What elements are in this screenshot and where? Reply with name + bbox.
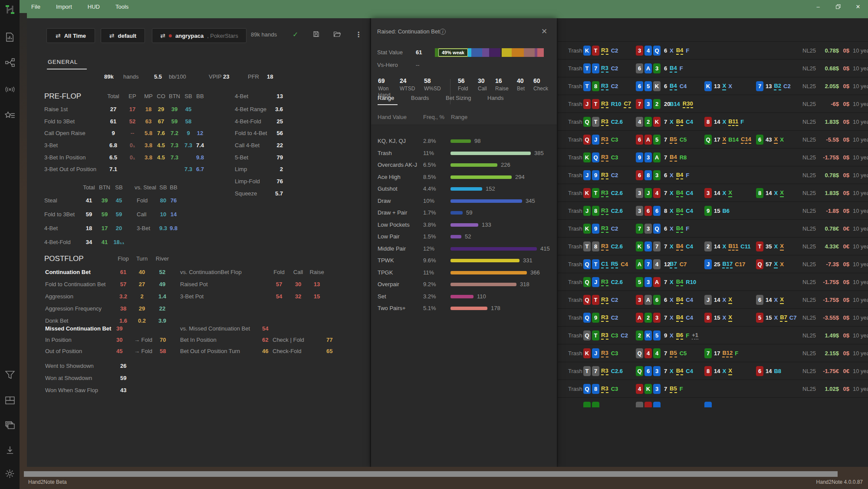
- stat-label[interactable]: Won When Saw Flop: [45, 386, 98, 395]
- hand-value-label[interactable]: Middle Pair: [378, 244, 406, 253]
- hand-row[interactable]: TrashQ8R3C34K37B5FNL251.02$0$10 years: [558, 380, 868, 397]
- stat-label[interactable]: Bet Out of Position Turn: [180, 347, 240, 356]
- hand-row[interactable]: TrashJTR3R10C773220B14R30NL25-6$0$10 yea…: [558, 95, 868, 112]
- menu-tools[interactable]: Tools: [115, 3, 128, 10]
- menu-file[interactable]: File: [31, 3, 40, 10]
- stat-label[interactable]: 3-Bet Pot: [180, 292, 204, 301]
- settings-icon[interactable]: [4, 468, 16, 479]
- winnings-amount: -7.3$: [814, 255, 839, 273]
- hand-row[interactable]: TrashT8R3C265K6B4C4K13XX713B2C2NL252.05$…: [558, 77, 868, 95]
- stat-label[interactable]: Fold: [137, 196, 148, 205]
- hud-layout-icon[interactable]: [4, 394, 16, 406]
- stat-label[interactable]: 4-Bet: [44, 224, 58, 233]
- hand-value-label[interactable]: Draw: [378, 197, 391, 205]
- stat-label[interactable]: Call Open Raise: [44, 129, 85, 138]
- stat-label[interactable]: Bet In Position: [180, 336, 217, 344]
- hand-value-label[interactable]: Draw + Pair: [378, 208, 407, 217]
- stat-value: 59: [171, 117, 178, 126]
- hand-row[interactable]: TrashKTR3C2.63J47XB4C4314XX814XXNL251.83…: [558, 184, 868, 202]
- hand-row[interactable]: TrashT7R3C2.6Q637XB4C4814XX614B8NL25-1.7…: [558, 362, 868, 380]
- stat-label[interactable]: Fold to 3Bet: [44, 117, 75, 126]
- hand-value-label[interactable]: Set: [378, 292, 386, 301]
- reports-icon[interactable]: [4, 31, 16, 43]
- hand-row[interactable]: TrashKJR3C3Q447B5C5717B12FNL252.15$0$10 …: [558, 344, 868, 362]
- stat-label[interactable]: 5-Bet: [235, 153, 248, 162]
- hand-row[interactable]: TrashQ9R3C2A237XB4C4815XX515XB7C7NL25-3.…: [558, 308, 868, 326]
- stat-label[interactable]: Squeeze: [235, 189, 257, 198]
- card-A: A: [636, 259, 643, 269]
- hand-value-label[interactable]: Ace High: [378, 173, 401, 182]
- action-C4: C4: [686, 297, 693, 303]
- stat-label[interactable]: Call: [137, 210, 146, 219]
- hand-row[interactable]: TrashQTR3C23A66XB4C4J14XX614XXNL25-1.75$…: [558, 291, 868, 308]
- stat-label[interactable]: Continuation Bet: [45, 268, 91, 277]
- hand-value-label[interactable]: TPWK: [378, 256, 394, 265]
- stat-label[interactable]: 3-Bet: [44, 141, 58, 150]
- hand-value-label[interactable]: Overpair: [378, 280, 399, 289]
- card-5: 5: [756, 313, 763, 323]
- hand-row[interactable]: TrashQJR3C2.653A7XB4R10NL25-1.75$0$10 ye…: [558, 273, 868, 291]
- stat-label[interactable]: Call 4-Bet: [235, 141, 260, 150]
- stat-label[interactable]: 3-Bet In Position: [44, 153, 85, 162]
- horizontal-scrollbar[interactable]: [24, 471, 838, 477]
- stat-label[interactable]: vs. Missed Continuation Bet: [180, 324, 250, 333]
- stat-label[interactable]: Aggression Frequency: [45, 304, 102, 313]
- stat-label[interactable]: Steal: [44, 196, 57, 205]
- filter-icon[interactable]: [4, 369, 16, 381]
- hand-value-label[interactable]: Low Pair: [378, 232, 400, 241]
- broadcast-icon[interactable]: [4, 83, 16, 95]
- stat-label[interactable]: Missed Continuation Bet: [45, 324, 111, 333]
- action-R3: R3: [601, 207, 608, 215]
- stat-label[interactable]: 4-Bet Range: [235, 105, 266, 114]
- stat-label[interactable]: Won at Showdown: [45, 374, 92, 383]
- stat-label[interactable]: Donk Bet: [45, 317, 68, 325]
- stat-label[interactable]: 3-Bet: [137, 224, 150, 233]
- hand-row[interactable]: TrashQJR3C36A57B5C5Q17XB14C14643XXNL25-5…: [558, 130, 868, 148]
- stat-label[interactable]: 4-Bet-Fold: [235, 117, 261, 126]
- share-icon[interactable]: [4, 56, 16, 68]
- stat-label[interactable]: Aggression: [45, 292, 73, 301]
- maximize-button[interactable]: [828, 0, 848, 13]
- stat-label[interactable]: 4-Bet-Fold: [44, 238, 71, 247]
- hand-row[interactable]: TrashT8R3C2.6K577XB4C4214XB11C11T35XXNL2…: [558, 237, 868, 255]
- stat-label[interactable]: Limp: [235, 165, 247, 174]
- hand-row[interactable]: TrashQTR3C2.642K7XB4C4814XB11FNL251.83$0…: [558, 112, 868, 130]
- hand-value-label[interactable]: KQ, KJ, QJ: [378, 137, 406, 145]
- stat-label[interactable]: 4-Bet: [235, 92, 248, 101]
- close-icon[interactable]: ✕: [848, 0, 868, 13]
- menu-hud[interactable]: HUD: [88, 3, 100, 10]
- hand-value-label[interactable]: Gutshot: [378, 185, 398, 193]
- stat-label[interactable]: Fold to 4-Bet: [235, 129, 267, 138]
- hand-value-label[interactable]: Overcards AK-J: [378, 161, 417, 169]
- stat-label[interactable]: Fold to 3Bet: [44, 210, 75, 219]
- hand-row[interactable]: [558, 397, 868, 407]
- stat-label[interactable]: In Position: [45, 336, 72, 344]
- hand-value-label[interactable]: TPGK: [378, 268, 393, 277]
- stat-label[interactable]: Raise 1st: [44, 105, 68, 114]
- stat-label[interactable]: 3-Bet Out of Position: [44, 165, 96, 174]
- hand-value-label[interactable]: Low Pockets: [378, 221, 410, 229]
- hand-row[interactable]: TrashKQR3C393A7B4R8NL25-1.75$0$10 years: [558, 148, 868, 166]
- favorites-icon[interactable]: [4, 109, 16, 121]
- stat-label[interactable]: Went to Showdown: [45, 362, 94, 370]
- stat-label[interactable]: Limp-Fold: [235, 177, 260, 186]
- sessions-icon[interactable]: [4, 419, 16, 431]
- rake-amount: 0$: [841, 149, 849, 166]
- hand-row[interactable]: TrashQTC1R5C4A7412B7C7J25B17C17Q57XXNL25…: [558, 255, 868, 273]
- hand-row[interactable]: TrashT7R3C26A36B4FNL250.68$0$10 years: [558, 59, 868, 77]
- stat-label[interactable]: Fold to Continuation Bet: [45, 280, 105, 289]
- hand-row[interactable]: TrashKTR3C234Q6XB4FNL250.78$0$10 years: [558, 41, 868, 59]
- table-backdrop: [20, 13, 27, 489]
- hand-value-label[interactable]: Two Pairs+: [378, 304, 406, 313]
- hand-row[interactable]: TrashK9R3C273Q6XB4FNL250.78€0€10 years: [558, 219, 868, 237]
- stat-label[interactable]: Out of Position: [45, 347, 82, 356]
- hand-value-label[interactable]: Trash: [378, 149, 392, 158]
- hand-row[interactable]: TrashJ9R3C26836XB4FNL250.78$0$10 years: [558, 166, 868, 184]
- minimize-button[interactable]: –: [808, 0, 828, 13]
- download-icon[interactable]: [4, 444, 16, 456]
- menu-import[interactable]: Import: [56, 3, 72, 10]
- stat-label[interactable]: Raised Pot: [180, 280, 208, 289]
- hand-row[interactable]: TrashJ8R3C2.63668XB4C4915B6NL25-1.8$0$10…: [558, 202, 868, 219]
- hand-row[interactable]: TrashQTR3C3C22K59XB6F+1NL251.49$0$10 yea…: [558, 326, 868, 344]
- card-hidden: [592, 402, 599, 407]
